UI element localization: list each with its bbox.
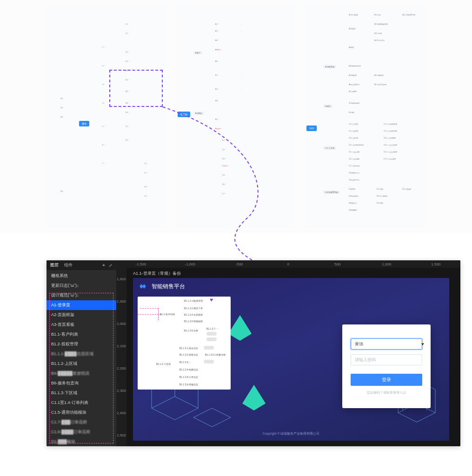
ruler-tick: 2,100 <box>117 335 126 357</box>
password-placeholder: 请输入密码 <box>355 357 376 363</box>
cursor-icon: ➤ <box>420 341 425 347</box>
layer-item[interactable]: B1.1.2-上区域 <box>47 359 116 369</box>
mindmap-1: 需求 1.···· 2.···· 3.···· 4.···· 5.···· 6.… <box>47 5 167 228</box>
layer-item[interactable]: B1.1.3-下区域 <box>47 388 116 398</box>
username-field[interactable]: 黄强 ➤ <box>351 338 422 350</box>
layer-item[interactable]: B1.2-授权管理 <box>47 339 116 349</box>
layer-item[interactable]: A3-首页看板 <box>47 320 116 330</box>
layer-item[interactable]: A1-登录页 <box>47 300 116 310</box>
mini-node: B1.1.2.2-物流下单 <box>184 307 203 310</box>
mini-node: B1.1.3.2-销售信息 <box>179 353 198 356</box>
mini-mindmap-overlay: B1.1-客户详情 B1.1.2.1-数据管理 B1.1.2.2-物流下单 B1… <box>138 297 231 390</box>
mindmap-root: 销售端 <box>178 112 190 117</box>
password-field[interactable]: 请输入密码 <box>351 354 422 365</box>
svg-marker-1 <box>240 315 252 334</box>
expand-icon[interactable]: ⤢ <box>109 263 113 268</box>
ruler-vertical: 1,8001,9002,0002,1002,2002,3002,4002,500 <box>116 268 126 446</box>
layer-item[interactable]: D1-███模块 <box>47 437 116 446</box>
tab-layers[interactable]: 图层 <box>50 262 59 268</box>
username-value: 黄强 <box>355 341 363 347</box>
copyright: Copyright © 绿城服务产业集团有限公司 <box>133 431 449 436</box>
ruler-tick: 1,800 <box>117 268 126 290</box>
ruler-tick: 2,300 <box>117 379 126 402</box>
svg-marker-3 <box>254 385 266 403</box>
mindmap-root: XXX <box>306 126 317 131</box>
layer-item[interactable]: A2-页面框架 <box>47 310 116 320</box>
mindmap-3: XXX A-功能页面 B-弹层 C-个人主页 D-后台配置页面 A1-平台页面页… <box>305 5 425 228</box>
layer-item[interactable]: C1.8-████订单流程 <box>47 427 116 437</box>
svg-marker-2 <box>242 385 266 410</box>
ruler-tick: 1,500 <box>411 262 460 266</box>
layer-item[interactable]: 栅格系统 <box>47 271 116 281</box>
login-footer: 忘记密码？请联系管理人员 <box>351 390 422 395</box>
layer-item[interactable]: C1.5-通用功能模块 <box>47 408 116 417</box>
login-button[interactable]: 登录 <box>351 374 422 386</box>
login-card: 黄强 ➤ 请输入密码 登录 忘记密码？请联系管理人员 <box>342 324 431 408</box>
layer-item[interactable]: B1.1-客户列表 <box>47 330 116 339</box>
mini-node: B1.1-客户详情 <box>160 313 175 316</box>
mini-node: B1.1.2.5-维修权限 <box>184 320 203 323</box>
layer-item[interactable]: B6-服务包查询 <box>47 378 116 388</box>
layer-list: 栅格系统更新日志(ˇωˇ)↓设计规范(ˇωˇ)↓A1-登录页A2-页面框架A3-… <box>47 270 116 446</box>
design-tool-window: 图层 组件 + ⤢ 栅格系统更新日志(ˇωˇ)↓设计规范(ˇωˇ)↓A1-登录页… <box>47 260 460 446</box>
mini-node: B1.1.2.7-···· <box>206 327 219 330</box>
layer-item[interactable]: 设计规范(ˇωˇ)↓ <box>47 291 116 300</box>
layer-item[interactable]: B4-█████发放情况 <box>47 369 116 378</box>
ruler-tick: 1,900 <box>117 290 126 312</box>
ruler-tick: 2,000 <box>117 312 126 335</box>
ruler-tick: -500 <box>214 262 264 266</box>
canvas: -1,500-1,000-50005001,0001,500 1,8001,90… <box>116 260 460 446</box>
ruler-tick: 0 <box>264 262 313 266</box>
ruler-tick: -1,000 <box>166 262 215 266</box>
layer-item[interactable]: 更新日志(ˇωˇ)↓ <box>47 281 116 291</box>
layer-item[interactable]: C1.7-███订单流程 <box>47 417 116 427</box>
mini-node: B1.1.3.1-基本信息 <box>179 347 198 350</box>
app-header: 智能销售平台 <box>133 278 449 295</box>
mini-node: B1.1.2.4-会员更新 <box>184 313 203 316</box>
artboard-title[interactable]: A1.1-登录页（常规）备份 <box>133 271 181 277</box>
layer-item[interactable]: B1.1.1-████信息区域 <box>47 349 116 359</box>
ruler-tick: -1,500 <box>116 262 166 266</box>
mini-node: B1.1.3.4-线索信息 <box>179 368 198 371</box>
add-icon[interactable]: + <box>100 263 107 268</box>
logo-icon <box>140 283 148 290</box>
heart-icon: ♥ <box>210 297 213 303</box>
decor-pyramid-2 <box>240 385 268 422</box>
mini-node: B1.1.2-下区域 <box>156 363 171 365</box>
sidebar: 图层 组件 + ⤢ 栅格系统更新日志(ˇωˇ)↓设计规范(ˇωˇ)↓A1-登录页… <box>47 260 116 446</box>
layer-item[interactable]: C1.1至1.4-订单列表 <box>47 398 116 408</box>
ruler-tick: 500 <box>313 262 362 266</box>
ruler-horizontal: -1,500-1,000-50005001,0001,500 <box>116 260 460 268</box>
mindmap-root: 需求 <box>79 121 89 126</box>
ruler-tick: 2,500 <box>117 424 126 446</box>
mindmap-thumbnails: 需求 1.···· 2.···· 3.···· 4.···· 5.···· 6.… <box>0 0 472 232</box>
mini-node: B1.1.3.3-··· <box>179 361 191 364</box>
artboard-login-page[interactable]: 智能销售平台 <box>133 278 449 441</box>
ruler-tick: 1,000 <box>362 262 412 266</box>
ruler-tick: 2,400 <box>117 402 126 424</box>
mini-node: B1.1.2.1-数据管理 <box>184 299 203 302</box>
highlight-box <box>109 70 163 107</box>
mini-node: B1.1.3.5.1-线索详情 <box>205 353 226 356</box>
mini-node: B1.1.2.6-合格 <box>184 329 198 332</box>
sidebar-tabs: 图层 组件 + ⤢ <box>47 260 116 270</box>
tab-components[interactable]: 组件 <box>64 262 73 268</box>
mindmap-2: 销售端 A.客户 A.功能区 A.1···· A.2···· A.3···· A… <box>176 5 297 228</box>
svg-marker-0 <box>228 315 252 341</box>
mini-node: B1.1.3.5-订单信息 <box>179 376 198 378</box>
app-title: 智能销售平台 <box>152 283 185 291</box>
ruler-tick: 2,200 <box>117 357 126 379</box>
mini-node: B1.1.3.6-维修信息 <box>179 383 198 386</box>
